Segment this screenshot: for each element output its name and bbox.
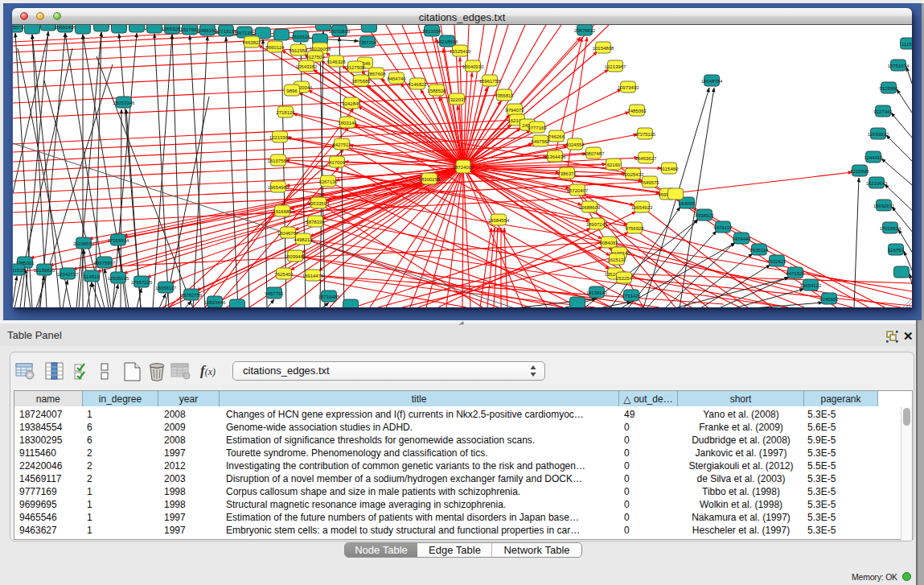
svg-text:7625402: 7625402 — [274, 272, 294, 277]
svg-text:7663822: 7663822 — [242, 40, 261, 45]
svg-text:1916685: 1916685 — [273, 209, 292, 214]
svg-text:9794073: 9794073 — [505, 108, 524, 113]
svg-text:9245652: 9245652 — [819, 297, 839, 302]
svg-text:6479197: 6479197 — [713, 225, 733, 230]
svg-text:2935114: 2935114 — [750, 248, 770, 253]
svg-text:21364436: 21364436 — [544, 154, 566, 159]
svg-text:9127503: 9127503 — [306, 55, 325, 60]
svg-text:252254: 252254 — [616, 276, 633, 281]
svg-text:3875685: 3875685 — [351, 79, 371, 84]
svg-text:16033809: 16033809 — [329, 29, 351, 34]
svg-text:10807487: 10807487 — [583, 151, 605, 156]
svg-text:3024554: 3024554 — [565, 142, 585, 147]
svg-text:62160: 62160 — [607, 163, 621, 167]
svg-text:391535: 391535 — [13, 268, 26, 273]
svg-text:16640910: 16640910 — [462, 64, 484, 69]
svg-text:7386372: 7386372 — [557, 171, 577, 176]
svg-text:16210643: 16210643 — [866, 181, 888, 186]
svg-text:114519: 114519 — [84, 274, 100, 279]
svg-text:12213967: 12213967 — [605, 64, 626, 69]
svg-text:12823446: 12823446 — [204, 300, 226, 305]
svg-text:3267130: 3267130 — [318, 179, 338, 184]
svg-text:8471626: 8471626 — [786, 271, 805, 276]
svg-text:164095: 164095 — [679, 201, 696, 206]
svg-text:9146821: 9146821 — [408, 82, 427, 87]
svg-text:20876812: 20876812 — [574, 28, 596, 33]
svg-text:12505135: 12505135 — [108, 276, 129, 281]
svg-text:15716485: 15716485 — [318, 295, 340, 299]
svg-text:10973493: 10973493 — [618, 85, 639, 90]
svg-text:8813054: 8813054 — [422, 29, 441, 34]
svg-text:9529966: 9529966 — [879, 86, 898, 91]
svg-text:14136141: 14136141 — [586, 290, 608, 295]
svg-text:10688609: 10688609 — [579, 205, 601, 210]
svg-text:5878334: 5878334 — [306, 220, 325, 225]
svg-text:16099485: 16099485 — [285, 254, 306, 259]
svg-text:13533504: 13533504 — [308, 201, 330, 206]
svg-text:12342737: 12342737 — [57, 272, 79, 277]
svg-text:1588520: 1588520 — [427, 89, 446, 93]
svg-text:11154: 11154 — [901, 42, 912, 47]
svg-text:7485063: 7485063 — [627, 109, 647, 113]
svg-text:2867608: 2867608 — [367, 72, 386, 76]
svg-text:12093822: 12093822 — [868, 132, 889, 137]
svg-text:19384554: 19384554 — [488, 218, 510, 223]
svg-text:2718126: 2718126 — [276, 110, 295, 115]
svg-text:16648784: 16648784 — [701, 79, 723, 84]
svg-text:1803144: 1803144 — [338, 121, 357, 126]
svg-text:7515526: 7515526 — [291, 35, 310, 39]
svg-text:1615132: 1615132 — [607, 257, 626, 262]
svg-text:17359924: 17359924 — [108, 238, 129, 243]
svg-text:17375115: 17375115 — [634, 132, 656, 137]
svg-text:746266: 746266 — [548, 134, 565, 139]
svg-text:13325419: 13325419 — [450, 49, 471, 54]
svg-text:10025433: 10025433 — [622, 172, 644, 177]
svg-text:8660124: 8660124 — [265, 45, 285, 50]
svg-text:26053346: 26053346 — [113, 101, 135, 105]
svg-text:116753: 116753 — [888, 248, 904, 253]
svg-text:12156829: 12156829 — [34, 268, 55, 273]
svg-text:8146328: 8146328 — [326, 60, 346, 64]
svg-text:8938923: 8938923 — [695, 213, 714, 218]
svg-text:10543382: 10543382 — [296, 64, 318, 69]
svg-text:6497568: 6497568 — [531, 139, 550, 144]
svg-text:10154808: 10154808 — [593, 46, 614, 51]
svg-text:9227342: 9227342 — [873, 109, 893, 114]
svg-text:19654983: 19654983 — [268, 185, 290, 190]
svg-text:19654923: 19654923 — [631, 205, 653, 210]
svg-text:9457791: 9457791 — [265, 291, 284, 296]
svg-text:8215938: 8215938 — [850, 169, 869, 174]
svg-text:9115460: 9115460 — [660, 167, 680, 171]
svg-text:20691406: 20691406 — [55, 25, 76, 30]
svg-text:7955812: 7955812 — [495, 93, 514, 98]
svg-text:1527602: 1527602 — [180, 27, 199, 32]
svg-text:10654122: 10654122 — [800, 283, 822, 288]
svg-text:20206556: 20206556 — [73, 241, 95, 246]
svg-text:8912954: 8912954 — [289, 48, 308, 53]
svg-text:12213369: 12213369 — [269, 135, 291, 140]
svg-text:8427512: 8427512 — [332, 142, 351, 147]
svg-text:17957225: 17957225 — [131, 280, 153, 285]
svg-text:7649575: 7649575 — [640, 180, 659, 185]
svg-text:18300295: 18300295 — [419, 177, 441, 182]
svg-text:8454749: 8454749 — [387, 76, 406, 81]
svg-text:16782759: 16782759 — [181, 293, 203, 298]
svg-text:7632621: 7632621 — [767, 259, 786, 264]
svg-text:99975867: 99975867 — [94, 261, 116, 266]
svg-text:16961758: 16961758 — [479, 79, 501, 84]
svg-text:4498212: 4498212 — [294, 237, 313, 242]
svg-text:18907249: 18907249 — [586, 222, 608, 227]
svg-text:19218506: 19218506 — [437, 39, 458, 44]
svg-text:1244415: 1244415 — [864, 155, 883, 160]
svg-text:15751074: 15751074 — [888, 64, 910, 68]
svg-text:417006: 417006 — [329, 160, 346, 165]
svg-text:9084067: 9084067 — [599, 241, 618, 245]
svg-text:1733426: 1733426 — [622, 294, 641, 299]
svg-text:1322037: 1322037 — [447, 97, 466, 102]
svg-text:16107565: 16107565 — [268, 159, 290, 163]
svg-text:9474444: 9474444 — [732, 237, 751, 241]
svg-text:9896: 9896 — [286, 89, 298, 93]
svg-text:15958117: 15958117 — [155, 286, 177, 290]
svg-text:17016504: 17016504 — [880, 226, 901, 231]
svg-text:9242845: 9242845 — [342, 101, 361, 106]
